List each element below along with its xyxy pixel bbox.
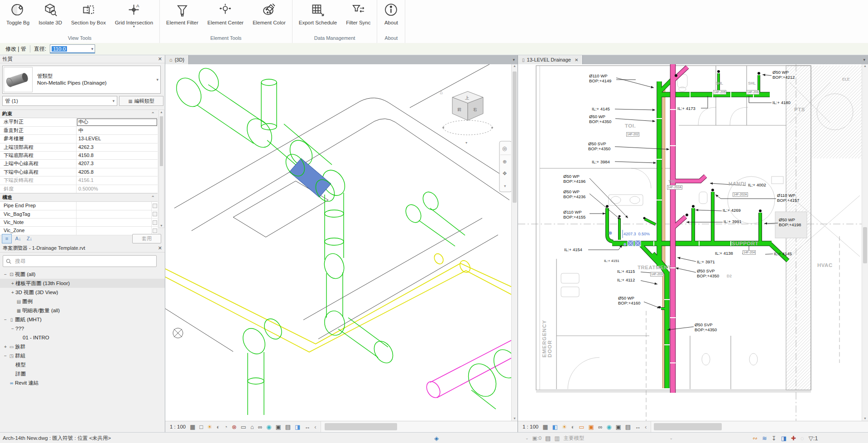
associate-parameter-button[interactable] [151,219,158,226]
expand-icon[interactable]: + [3,344,8,349]
property-value[interactable]: 4156.1 [77,176,158,184]
scrollbar-thumb[interactable] [160,116,163,166]
associate-parameter-button[interactable] [151,210,158,218]
select-pinned-icon[interactable]: ↧ [772,435,777,442]
collapse-icon[interactable]: ⌃ [151,110,158,118]
reveal-hidden-icon[interactable]: ∞ [598,424,602,430]
select-by-face-icon[interactable]: ◨ [781,435,786,442]
close-icon[interactable]: ✕ [158,56,162,62]
drainage-plan-canvas[interactable]: Ø110 WP BOP:+4149IL:+ 4145Ø50 WP BOP:+43… [518,64,868,421]
property-value[interactable]: 4207.3 [77,160,158,167]
scale-button[interactable]: 1 : 100 [523,424,538,429]
visual-style-icon[interactable]: □ [199,424,203,430]
measure-icon[interactable]: ↔ [304,424,310,430]
shadows-icon[interactable]: ◐ [571,424,575,430]
horizontal-scrollbar[interactable] [651,421,868,432]
tree-item-3d-3d-view-[interactable]: +3D 視圖 (3D View) [0,288,165,297]
collapse-icon[interactable]: − [10,326,15,331]
temp-hide-isolate-icon[interactable]: ◉ [606,424,611,430]
chevron-down-icon[interactable]: ▾ [156,77,158,82]
type-selector[interactable]: 管類型 Non-Metallic Pipes (Drainage) ▾ [2,66,161,94]
crop-region-on-icon[interactable]: ▭ [579,424,584,430]
select-links-icon[interactable]: ∾ [753,435,758,442]
horizontal-scrollbar[interactable] [321,421,518,432]
tree-item-revit-[interactable]: ∞Revit 連結 [0,378,165,387]
detail-level-icon[interactable]: ▦ [190,424,195,430]
property-value[interactable] [77,219,151,226]
diameter-value[interactable]: 110.0 [52,46,67,52]
crop-region-icon[interactable]: ▭ [241,424,246,430]
tree-item--all-[interactable]: −⊡視圖 (all) [0,270,165,279]
tab-list-chevron-icon[interactable]: ▾ [510,55,518,64]
property-value[interactable]: 4205.8 [77,168,158,176]
collapse-icon[interactable]: ‹ [314,424,316,430]
tree-item--[interactable]: 模型 [0,360,165,369]
workset-list-icon[interactable]: ▤ [545,435,551,442]
crop-boundary-icon[interactable]: ▣ [589,424,594,430]
shadows-icon[interactable]: ◐ [216,424,220,430]
element-selector-combo[interactable]: 管 (1) ▾ [2,96,117,106]
tab-3d[interactable]: ⌂ {3D} [165,55,189,64]
collapse-icon[interactable]: ⌃ [151,194,158,201]
tree-item--[interactable]: 詳圖 [0,369,165,378]
vertical-scrollbar[interactable]: ▲▼ [862,64,868,421]
property-value[interactable] [77,202,151,210]
reveal-constraints-icon[interactable]: ▤ [625,424,631,430]
bim360-icon[interactable]: ◈ [434,435,439,442]
isolate-3d-button[interactable]: Isolate 3D [34,0,67,25]
filter-icon[interactable]: ▽:1 [809,435,818,442]
drag-on-selection-icon[interactable]: ✚ [791,435,796,442]
collapse-icon[interactable]: − [3,272,8,277]
tree-item--all-[interactable]: ▦明細表/數量 (all) [0,306,165,315]
tree-item--[interactable]: −??? [0,324,165,333]
chevron-down-icon[interactable]: ⌄ [525,436,529,440]
collapse-icon[interactable]: − [3,353,8,358]
chevron-down-icon[interactable]: ▾ [91,47,94,51]
sort-descending-button[interactable]: Z↓ [24,234,34,243]
measure-icon[interactable]: ↔ [635,424,641,430]
property-value[interactable] [77,210,151,218]
sort-default-button[interactable]: ≡ [2,234,12,243]
tab-13-level-drainage[interactable]: ▯ 13-LEVEL Drainage ✕ [518,55,583,64]
property-grid-scrollbar[interactable]: ▲ ▼ [158,110,164,228]
displace-elements-icon[interactable]: ◨ [295,424,300,430]
associate-parameter-button[interactable] [151,202,158,210]
vertical-scrollbar[interactable]: ▲▼ [511,64,518,421]
apply-button[interactable]: 套用 [132,234,161,243]
element-color-button[interactable]: Element Color [248,0,290,25]
render-icon[interactable]: ◔ [224,424,228,430]
browser-search[interactable] [3,255,157,267]
visual-style-3d-icon[interactable]: ◧ [552,424,557,430]
model-3d-canvas[interactable]: 上 前 右 ⌂ ▾ ◎ ⊕ ✥ ▾ [165,64,518,421]
property-value[interactable]: 4262.3 [77,143,158,151]
tree-item--[interactable]: +▭族群 [0,342,165,351]
property-value[interactable]: 中心 [77,118,158,126]
collapse-icon[interactable]: − [3,317,8,322]
design-option-icon[interactable]: ▥ [554,435,560,442]
property-section-header[interactable]: 約束⌃ [0,110,158,118]
sort-ascending-button[interactable]: A↓ [13,234,23,243]
property-value[interactable]: 0.5000% [77,185,158,193]
edit-type-button[interactable]: ▦ 編輯類型 [119,96,163,106]
property-value[interactable]: 4150.8 [77,152,158,159]
selection-box-icon[interactable]: ▣ [616,424,621,430]
select-underlay-icon[interactable]: ≋ [762,435,767,442]
detail-level-icon[interactable]: ▦ [542,424,548,430]
chevron-down-icon[interactable]: ▾ [133,25,135,28]
temp-hide-isolate-icon[interactable]: ◉ [266,424,271,430]
filter-sync-button[interactable]: Filter Sync [341,0,375,25]
toggle-bg-button[interactable]: Toggle Bg [2,0,34,25]
export-schedule-button[interactable]: Export Schedule [294,0,341,25]
tree-item-01-intro[interactable]: 01 - INTRO [0,333,165,342]
scroll-up-icon[interactable]: ▲ [159,110,164,114]
editable-worksets-icon[interactable]: ▣:0 [532,435,542,441]
chevron-down-icon[interactable]: ⌄ [670,436,673,440]
tab-list-chevron-icon[interactable]: ▾ [860,55,868,64]
expand-icon[interactable]: + [10,281,15,286]
property-value[interactable]: 中 [77,127,158,134]
scroll-down-icon[interactable]: ▼ [159,224,164,227]
reveal-constraints-icon[interactable]: ▤ [285,424,291,430]
close-icon[interactable]: ✕ [575,57,578,62]
tree-item--[interactable]: ▤圖例 [0,297,165,306]
tree-item--13th-floor-[interactable]: +樓板平面圖 (13th Floor) [0,279,165,288]
